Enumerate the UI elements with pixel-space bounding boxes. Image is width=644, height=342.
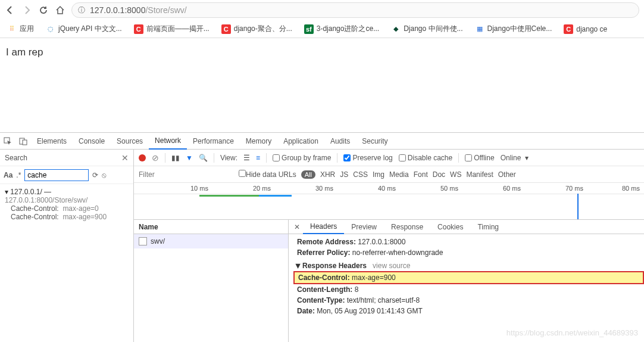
detail-tab-headers[interactable]: Headers: [303, 220, 344, 234]
hide-data-urls-checkbox[interactable]: Hide data URLs: [239, 170, 296, 179]
view-source-link[interactable]: view source: [373, 262, 410, 270]
group-by-frame-checkbox[interactable]: Group by frame: [273, 154, 331, 162]
request-list: Name swv/: [134, 220, 289, 342]
waterfall-icon[interactable]: ≡: [256, 154, 260, 162]
disable-cache-checkbox[interactable]: Disable cache: [399, 154, 452, 162]
search-input[interactable]: [24, 169, 89, 181]
detail-tab-timing[interactable]: Timing: [470, 220, 506, 234]
bookmark-item[interactable]: Cdjango ce: [564, 24, 607, 34]
tick: 10 ms: [190, 185, 208, 192]
apps-icon: ⠿: [7, 24, 17, 34]
network-timeline[interactable]: 10 ms 20 ms 30 ms 40 ms 50 ms 60 ms 70 m…: [134, 183, 644, 220]
result-line[interactable]: Cache-Control: max-age=900: [5, 213, 129, 221]
tick: 60 ms: [503, 185, 521, 192]
bookmark-item[interactable]: ▦Django中使用Cele...: [475, 24, 552, 34]
tab-sources[interactable]: Sources: [111, 133, 149, 150]
filter-ws[interactable]: WS: [450, 170, 461, 179]
devtools-panel: Elements Console Sources Network Perform…: [0, 132, 644, 342]
search-icon[interactable]: 🔍: [199, 154, 208, 162]
csdn-icon: C: [564, 24, 573, 34]
filter-xhr[interactable]: XHR: [320, 170, 335, 179]
tick: 20 ms: [253, 185, 271, 192]
tab-memory[interactable]: Memory: [240, 133, 277, 150]
tab-audits[interactable]: Audits: [324, 133, 356, 150]
filter-font[interactable]: Font: [414, 170, 428, 179]
detail-tab-response[interactable]: Response: [384, 220, 430, 234]
timeline-bar: [259, 195, 292, 197]
detail-tabbar: ✕ Headers Preview Response Cookies Timin…: [289, 220, 644, 234]
device-toggle-icon[interactable]: [15, 137, 31, 145]
home-button[interactable]: [55, 5, 65, 15]
sf-icon: sf: [304, 24, 314, 34]
cache-control-header: Cache-Control: max-age=900: [293, 271, 644, 284]
network-panel: ⊘ ▮▮ ▼ 🔍 View: ☰ ≡ Group by frame Preser…: [134, 150, 644, 342]
filter-media[interactable]: Media: [389, 170, 409, 179]
throttling-select[interactable]: Online ▾: [501, 154, 529, 162]
result-host[interactable]: ▾ 127.0.0.1/ — 127.0.0.1:8000/Store/swv/: [5, 188, 129, 204]
bookmark-item[interactable]: ◌jQuery API 中文文...: [46, 24, 122, 34]
cnblogs-icon: ▦: [475, 24, 484, 34]
filter-input[interactable]: [139, 170, 234, 179]
preserve-log-checkbox[interactable]: Preserve log: [343, 154, 392, 162]
filter-all[interactable]: All: [301, 170, 315, 179]
result-line[interactable]: Cache-Control: max-age=0: [5, 204, 129, 213]
tick: 70 ms: [565, 185, 583, 192]
clear-icon[interactable]: ⦸: [102, 171, 107, 179]
network-filterbar: Hide data URLs All XHR JS CSS Img Media …: [134, 166, 644, 183]
offline-checkbox[interactable]: Offline: [465, 154, 494, 162]
svg-rect-2: [23, 140, 27, 145]
request-row[interactable]: swv/: [134, 234, 288, 248]
search-results: ▾ 127.0.0.1/ — 127.0.0.1:8000/Store/swv/…: [0, 184, 133, 225]
bookmark-item[interactable]: ◆Django 中间件使...: [391, 24, 462, 34]
tab-console[interactable]: Console: [73, 133, 111, 150]
bookmark-item[interactable]: Cdjango-聚合、分...: [221, 24, 292, 34]
inspect-icon[interactable]: [0, 137, 15, 145]
filter-js[interactable]: JS: [340, 170, 348, 179]
record-button[interactable]: [139, 154, 146, 161]
tab-elements[interactable]: Elements: [31, 133, 73, 150]
detail-tab-cookies[interactable]: Cookies: [430, 220, 470, 234]
django-icon: ◆: [391, 24, 401, 34]
filter-css[interactable]: CSS: [353, 170, 368, 179]
site-info-icon[interactable]: ⓘ: [78, 5, 85, 15]
tab-network[interactable]: Network: [149, 133, 187, 150]
header-line: Content-Length: 8: [293, 284, 644, 295]
name-column-header[interactable]: Name: [134, 220, 288, 234]
close-detail-icon[interactable]: ✕: [291, 223, 303, 231]
apps-shortcut[interactable]: ⠿应用: [7, 24, 34, 34]
filter-manifest[interactable]: Manifest: [466, 170, 493, 179]
filter-doc[interactable]: Doc: [433, 170, 445, 179]
reload-button[interactable]: [38, 5, 49, 15]
header-line: Referrer Policy: no-referrer-when-downgr…: [293, 247, 644, 258]
bookmark-item[interactable]: C前端页面——揭开...: [134, 24, 210, 34]
timeline-marker: [577, 194, 579, 219]
bookmark-item[interactable]: sf3-django进阶之ce...: [304, 24, 379, 34]
match-case-toggle[interactable]: Aa: [4, 171, 12, 179]
filter-img[interactable]: Img: [373, 170, 384, 179]
tab-performance[interactable]: Performance: [187, 133, 240, 150]
bookmarks-bar: ⠿应用 ◌jQuery API 中文文... C前端页面——揭开... Cdja…: [0, 20, 644, 38]
regex-toggle[interactable]: .*: [16, 171, 21, 179]
request-detail: ✕ Headers Preview Response Cookies Timin…: [289, 220, 644, 342]
address-bar[interactable]: ⓘ 127.0.0.1:8000/Store/swv/: [71, 2, 639, 18]
back-button[interactable]: [5, 5, 15, 15]
tick: 40 ms: [378, 185, 396, 192]
response-headers-section[interactable]: ▶Response Headersview source: [293, 258, 644, 271]
forward-button[interactable]: [21, 5, 32, 15]
view-label: View:: [220, 154, 237, 162]
refresh-icon[interactable]: ⟳: [92, 171, 98, 179]
headers-body: Remote Address: 127.0.0.1:8000 Referrer …: [289, 234, 644, 316]
tab-security[interactable]: Security: [356, 133, 393, 150]
screenshot-icon[interactable]: ▮▮: [171, 154, 180, 162]
timeline-bar: [199, 195, 259, 197]
filter-other[interactable]: Other: [498, 170, 516, 179]
page-text: I am rep: [6, 46, 43, 58]
filter-icon[interactable]: ▼: [186, 154, 193, 162]
close-icon[interactable]: ✕: [121, 153, 129, 163]
detail-tab-preview[interactable]: Preview: [344, 220, 384, 234]
clear-button[interactable]: ⊘: [152, 153, 159, 163]
search-panel: Search ✕ Aa .* ⟳ ⦸ ▾ 127.0.0.1/ — 127.0.…: [0, 150, 134, 342]
large-rows-icon[interactable]: ☰: [243, 154, 250, 162]
csdn-icon: C: [134, 24, 143, 34]
tab-application[interactable]: Application: [277, 133, 324, 150]
